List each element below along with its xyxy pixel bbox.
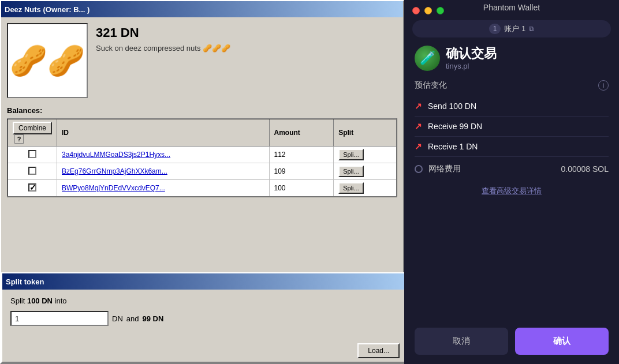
row2-amount: 109 [269,163,334,180]
row3-checkbox[interactable] [28,183,36,192]
action-buttons: 取消 确认 [404,318,619,364]
row1-id: 3a4njdvuLMMGoaDS3js2P1Hyxs... [57,147,269,163]
estimated-changes-label: 预估变化 [415,80,447,91]
account-number: 1 [489,24,501,34]
row2-split-cell: Spli... [334,163,397,180]
split-dialog-footer: Load... [2,340,404,362]
site-icon-emoji: 🧪 [420,51,435,66]
row3-id-link[interactable]: BWPyo8MqjYnDEdVVxcdvEQ7... [62,184,165,192]
changes-header: 预估变化 i [415,80,609,91]
row1-amount: 112 [269,147,334,163]
receive1-change-text: Receive 99 DN [428,122,482,131]
row1-id-link[interactable]: 3a4njdvuLMMGoaDS3js2P1Hyxs... [62,151,170,159]
row2-id-link[interactable]: BzEg76GrrGNmp3AjGhXXk6am... [62,167,167,175]
view-details-link[interactable]: 查看高级交易详情 [415,181,609,201]
site-icon: 🧪 [415,46,440,71]
combine-button[interactable]: Combine [13,122,52,134]
balances-label: Balances: [7,106,397,115]
load-button[interactable]: Load... [357,343,400,358]
main-title-bar: Deez Nuts (Owner: B... ) [1,1,403,17]
split-header: Split [334,119,397,147]
main-window: Deez Nuts (Owner: B... ) 🥜🥜 321 DN Suck … [0,0,404,364]
nft-info: 321 DN Suck on deez compressed nuts 🥜🥜🥜 [96,23,230,52]
network-fee-label: 网络费用 [428,164,555,174]
split-result-value: 99 DN [142,314,163,323]
row2-split-button[interactable]: Spli... [338,166,364,177]
row2-checkbox[interactable] [28,167,36,175]
change-row-receive2: ↗ Receive 1 DN [415,137,609,157]
table-row: BzEg76GrrGNmp3AjGhXXk6am... 109 Spli... [8,163,397,180]
receive1-arrow-icon: ↗ [415,121,422,132]
row2-id: BzEg76GrrGNmp3AjGhXXk6am... [57,163,269,180]
split-description: Split 100 DN into [10,297,396,305]
change-row-receive1: ↗ Receive 99 DN [415,117,609,137]
id-header: ID [57,119,269,147]
split-dialog-title-bar: Split token [2,273,404,290]
fee-radio-icon [415,165,423,173]
row1-split-button[interactable]: Spli... [338,149,364,160]
row1-split-cell: Spli... [334,147,397,163]
help-badge[interactable]: ? [14,134,24,144]
fee-row: 网络费用 0.00008 SOL [415,157,609,181]
info-icon[interactable]: i [598,80,609,91]
combine-header: Combine ? [8,119,57,147]
send-change-text: Send 100 DN [428,102,476,111]
main-window-title: Deez Nuts (Owner: B... ) [5,5,90,14]
phantom-wallet-panel: Phantom Wallet 1 账户 1 ⧉ 🧪 确认交易 tinys.pl … [404,0,619,364]
row3-checkbox-cell[interactable] [8,180,57,197]
split-dialog-title: Split token [6,277,44,286]
split-text-suffix: into [53,297,67,305]
token-table: Combine ? ID Amount Split 3a4njdvuLMMGoa… [7,118,397,197]
network-fee-value: 0.00008 SOL [561,164,609,174]
amount-header: Amount [269,119,334,147]
receive2-change-text: Receive 1 DN [428,142,478,151]
copy-icon[interactable]: ⧉ [529,25,534,33]
confirm-button[interactable]: 确认 [515,328,609,355]
confirm-section: 🧪 确认交易 tinys.pl 预估变化 i ↗ Send 100 DN ↗ R… [404,46,619,318]
phantom-title: Phantom Wallet [404,3,619,12]
row3-split-cell: Spli... [334,180,397,197]
site-url: tinys.pl [446,62,497,70]
split-amount: 100 DN [27,297,53,305]
split-quantity-input[interactable] [10,311,109,326]
nft-header: 🥜🥜 321 DN Suck on deez compressed nuts 🥜… [7,23,397,98]
row1-checkbox[interactable] [28,150,36,158]
split-dialog: Split token Split 100 DN into DN and 99 … [1,272,405,363]
split-text-prefix: Split [10,297,27,305]
table-row: BWPyo8MqjYnDEdVVxcdvEQ7... 100 Spli... [8,180,397,197]
site-row: 🧪 确认交易 tinys.pl [415,46,609,71]
nft-image: 🥜🥜 [7,23,88,98]
row3-split-button[interactable]: Spli... [338,182,364,194]
confirm-title: 确认交易 [446,46,497,61]
row3-id: BWPyo8MqjYnDEdVVxcdvEQ7... [57,180,269,197]
split-and-text: and [126,314,139,323]
split-input-unit: DN [112,314,123,323]
row3-amount: 100 [269,180,334,197]
nft-description: Suck on deez compressed nuts 🥜🥜🥜 [96,44,230,52]
account-label: 账户 1 [504,24,525,34]
row2-checkbox-cell[interactable] [8,163,57,180]
receive2-arrow-icon: ↗ [415,141,422,152]
table-row: 3a4njdvuLMMGoaDS3js2P1Hyxs... 112 Spli..… [8,147,397,163]
peanut-icon: 🥜🥜 [10,46,85,76]
nft-name: 321 DN [96,25,230,40]
cancel-button[interactable]: 取消 [415,328,508,355]
account-bar: 1 账户 1 ⧉ [412,20,611,37]
change-row-send: ↗ Send 100 DN [415,96,609,117]
site-info: 确认交易 tinys.pl [446,46,497,70]
row1-checkbox-cell[interactable] [8,147,57,163]
send-arrow-icon: ↗ [415,101,422,111]
split-input-row: DN and 99 DN [10,311,396,326]
